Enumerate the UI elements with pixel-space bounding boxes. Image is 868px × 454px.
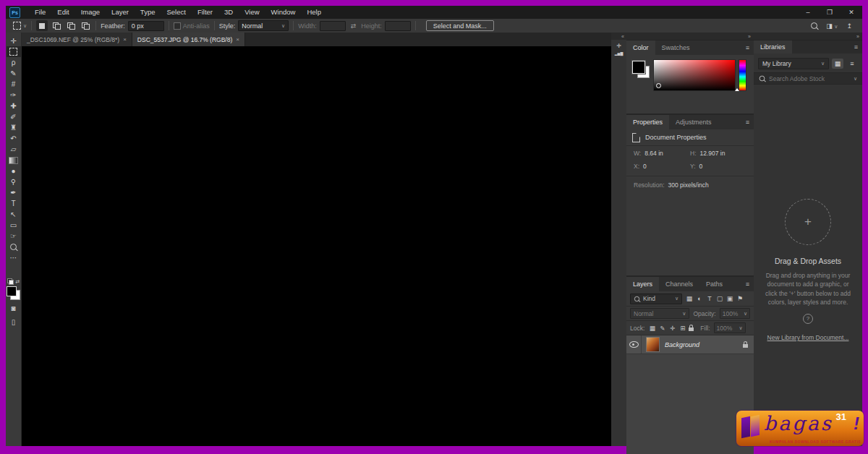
menu-item-window[interactable]: Window	[265, 6, 302, 19]
crop-tool[interactable]: #	[7, 79, 21, 90]
screen-mode-button[interactable]: ▯	[7, 316, 21, 327]
histogram-panel-icon[interactable]: ▂▅▇	[615, 52, 624, 56]
lock-position-icon[interactable]: ✛	[668, 325, 676, 332]
close-tab-icon[interactable]: ×	[236, 36, 239, 43]
tab-paths[interactable]: Paths	[699, 277, 729, 291]
lock-transparent-pixels-icon[interactable]: ▦	[648, 325, 656, 332]
workspace-switcher[interactable]: ◨ ∨	[826, 22, 838, 30]
foreground-background-swatches[interactable]	[7, 286, 20, 300]
smart-object-layers-filter-icon[interactable]: ▣	[726, 295, 734, 302]
tab-layers[interactable]: Layers	[626, 277, 659, 291]
lock-artboard-icon[interactable]: ⊞	[678, 325, 686, 332]
height-input[interactable]	[385, 21, 411, 31]
width-input[interactable]	[320, 21, 346, 31]
layer-row-background[interactable]: Background	[626, 335, 754, 354]
panel-menu-icon[interactable]: ≡	[746, 44, 749, 51]
menu-item-help[interactable]: Help	[301, 6, 327, 19]
path-selection-tool[interactable]: ↖	[7, 209, 21, 220]
spot-healing-brush-tool[interactable]: ✚	[7, 100, 21, 111]
pixel-layers-filter-icon[interactable]: ▦	[685, 295, 694, 302]
select-and-mask-button[interactable]: Select and Mask...	[426, 20, 494, 31]
opacity-input[interactable]: 100% ∨	[720, 308, 750, 319]
height-property-value[interactable]: 12.907 in	[700, 150, 726, 157]
collapse-panels-icon[interactable]: »	[748, 34, 751, 39]
tab-adjustments[interactable]: Adjustments	[669, 115, 718, 129]
lock-image-pixels-icon[interactable]: ✎	[658, 325, 666, 332]
foreground-color-swatch[interactable]	[7, 286, 17, 296]
color-panel-swatches[interactable]	[632, 61, 650, 78]
add-to-selection-button[interactable]	[51, 20, 62, 31]
menu-item-3d[interactable]: 3D	[218, 6, 239, 19]
swap-colors-icon[interactable]: ⇄	[16, 279, 20, 285]
pen-tool[interactable]: ✒	[7, 187, 21, 198]
menu-item-type[interactable]: Type	[135, 6, 161, 19]
swap-width-height-icon[interactable]: ⇄	[351, 22, 357, 30]
layer-thumbnail[interactable]	[646, 337, 660, 352]
brush-tool[interactable]: ✐	[7, 111, 21, 122]
subtract-from-selection-button[interactable]	[65, 20, 77, 31]
dodge-tool[interactable]: ⚲	[7, 176, 21, 187]
menu-item-edit[interactable]: Edit	[51, 6, 75, 19]
more-tools[interactable]: ⋯	[7, 252, 21, 263]
blend-mode-select[interactable]: Normal ∨	[630, 308, 689, 319]
width-property-value[interactable]: 8.64 in	[644, 150, 663, 157]
x-property-value[interactable]: 0	[643, 163, 647, 170]
anti-alias-checkbox[interactable]	[174, 22, 181, 30]
quick-selection-tool[interactable]: ✎	[7, 68, 21, 79]
menu-item-select[interactable]: Select	[161, 6, 191, 19]
minimize-button[interactable]: –	[797, 6, 819, 19]
type-layers-filter-icon[interactable]: T	[705, 295, 714, 302]
hand-tool[interactable]: ☞	[7, 231, 21, 241]
help-icon[interactable]: ?	[803, 314, 813, 324]
close-tab-icon[interactable]: ×	[123, 36, 127, 43]
hue-slider[interactable]	[739, 59, 746, 91]
layer-visibility-toggle[interactable]	[626, 335, 642, 354]
layer-filter-kind-select[interactable]: Kind ∨	[630, 294, 682, 304]
add-asset-dropzone[interactable]: +	[785, 199, 831, 245]
layer-name[interactable]: Background	[665, 341, 699, 348]
clone-stamp-tool[interactable]: ♜	[7, 122, 21, 133]
menu-item-view[interactable]: View	[239, 6, 265, 19]
lasso-tool[interactable]: ρ	[7, 57, 21, 68]
new-selection-button[interactable]	[36, 20, 48, 31]
tab-swatches[interactable]: Swatches	[655, 40, 697, 55]
gradient-tool[interactable]	[7, 155, 21, 166]
document-tab-2[interactable]: DSC_5537.JPG @ 16.7% (RGB/8) ×	[132, 33, 245, 46]
tab-libraries[interactable]: Libraries	[754, 40, 792, 53]
rectangular-marquee-tool[interactable]	[7, 46, 21, 57]
menu-item-image[interactable]: Image	[75, 6, 106, 19]
feather-input[interactable]: 0 px	[128, 21, 164, 31]
share-icon[interactable]: ↥	[846, 22, 852, 30]
search-icon[interactable]	[811, 22, 817, 29]
quick-mask-button[interactable]: ◙	[7, 302, 21, 314]
default-colors-icon[interactable]	[7, 278, 14, 285]
tab-color[interactable]: Color	[626, 40, 655, 55]
menu-item-layer[interactable]: Layer	[106, 6, 135, 19]
type-tool[interactable]: T	[7, 198, 21, 209]
adobe-stock-search-input[interactable]: Search Adobe Stock ∨	[754, 72, 862, 85]
photoshop-app-icon[interactable]: Ps	[9, 7, 20, 18]
tab-properties[interactable]: Properties	[626, 115, 669, 129]
eraser-tool[interactable]: ▱	[7, 144, 21, 155]
intersect-selection-button[interactable]	[80, 20, 91, 31]
info-panel-icon[interactable]: ✛	[616, 43, 621, 49]
lock-all-icon[interactable]	[689, 327, 694, 331]
y-property-value[interactable]: 0	[699, 163, 703, 170]
fill-input[interactable]: 100% ∨	[714, 322, 746, 333]
new-library-from-document-link[interactable]: New Library from Document...	[754, 334, 862, 341]
move-tool[interactable]: ✛	[7, 35, 21, 46]
menu-item-file[interactable]: File	[29, 6, 51, 19]
grid-view-button[interactable]: ▦	[832, 59, 843, 69]
adjustment-layers-filter-icon[interactable]: ◐	[695, 295, 704, 302]
zoom-tool[interactable]	[7, 241, 21, 252]
canvas[interactable]	[22, 46, 611, 446]
restore-button[interactable]: ❐	[819, 6, 841, 19]
tab-channels[interactable]: Channels	[659, 277, 699, 291]
list-view-button[interactable]: ≡	[846, 59, 858, 69]
panel-menu-icon[interactable]: ≡	[746, 119, 749, 126]
document-tab-1[interactable]: _DSC1069.NEF @ 25% (RGB/8*) ×	[22, 33, 132, 46]
history-brush-tool[interactable]: ↶	[7, 133, 21, 144]
tool-preset-picker[interactable]: ∨	[13, 22, 27, 30]
close-button[interactable]: ✕	[841, 6, 862, 19]
collapse-panels-icon[interactable]: »	[856, 34, 859, 39]
